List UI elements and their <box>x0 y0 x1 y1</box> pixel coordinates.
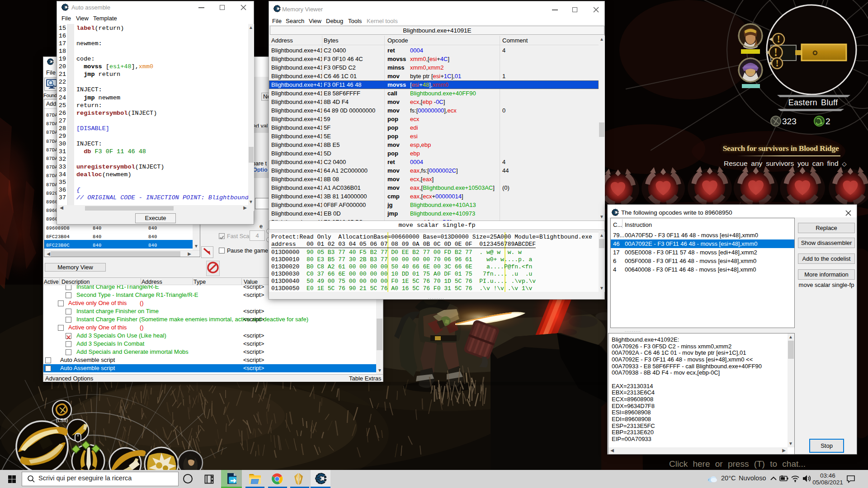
svg-text:!: ! <box>777 33 780 45</box>
svg-text:!: ! <box>776 58 779 69</box>
svg-text:(LSft): (LSft) <box>56 418 68 423</box>
svg-text:!: ! <box>774 46 778 58</box>
